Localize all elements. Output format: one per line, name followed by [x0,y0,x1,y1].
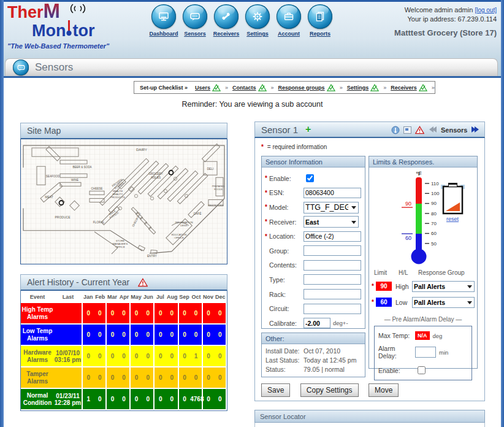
checklist-item-receivers: Receivers [391,84,427,91]
battery-icon [441,183,465,214]
alert-value-cell: 0 [202,324,215,345]
thermometer-high-zone [416,177,422,204]
thermometer-normal-zone [416,204,422,234]
nav-receivers[interactable]: Receivers [212,4,241,37]
svg-text:60: 60 [431,231,437,236]
alert-value-cell: 0 [106,324,118,345]
max-temp-row: Max Temp: N/A deg [378,331,468,340]
next-sensor-button[interactable] [473,126,479,134]
alert-value-cell: 0 [178,345,191,367]
calibrate-input[interactable] [304,318,330,328]
nav-dashboard[interactable]: Dashboard [149,4,178,37]
alert-row: Low Temp Alarms000000000000 [21,324,226,345]
map-label: FLORAL [93,221,105,224]
alert-col-header: Last [54,291,82,303]
checklist-link[interactable]: Receivers [391,85,417,91]
pre-alarm-enable-checkbox[interactable] [418,366,426,374]
alert-last-cell [54,303,82,324]
required-star: * [265,175,269,182]
low-response-group-select[interactable]: Pall Alerts [412,297,475,308]
alert-col-header: Apr [118,291,131,303]
save-button[interactable]: Save [261,383,290,397]
previous-sensor-button[interactable] [429,126,435,134]
model-select[interactable]: TTG_F_DEG [304,202,359,214]
alert-event-cell: Normal Condition [21,388,54,410]
copy-settings-button[interactable]: Copy Settings [300,383,359,397]
group-input[interactable] [304,245,361,256]
contents-row: Contents: [262,258,365,273]
alert-value-cell: 0 [130,345,142,367]
logo-line2: Mon tor [32,20,136,39]
type-input[interactable] [304,274,361,285]
app-logo[interactable]: TherM Mon tor "The Web-Based Thermometer… [7,4,136,50]
logo-tagline: "The Web-Based Thermometer" [7,42,136,50]
alert-value-cell: 0 [166,345,178,367]
main-nav: Dashboard Sensors Receivers Settings Acc… [149,4,335,37]
location-row: * Location: [262,229,365,244]
section-title: Sensors [35,61,73,74]
high-limit-value[interactable]: 90 [376,282,392,291]
check-triangle-icon [419,84,427,91]
alert-event-cell: Hardware Alarms [21,345,54,367]
checklist-separator: » [383,85,386,91]
alert-col-header: Oct [190,291,202,303]
receiver-select[interactable]: East [304,216,359,228]
alarm-delay-input[interactable] [415,347,436,358]
alert-col-header: Jul [154,291,166,303]
circuit-input[interactable] [304,304,361,314]
logout-link[interactable]: [log out] [475,7,497,13]
checklist-separator: » [432,85,435,91]
nav-sensors[interactable]: Sensors [180,4,210,37]
last-status-row: Last Status:Today at 12:45 pm [262,355,365,364]
briefcase-icon [277,4,301,29]
alert-value-cell: 0 [202,303,215,324]
alert-col-header: Feb [94,291,107,303]
alert-value-cell: 0 [118,388,131,410]
required-note: * = required information [261,144,327,150]
esn-input[interactable] [304,188,361,198]
calibrate-label: Calibrate: [269,320,304,327]
move-button[interactable]: Move [368,383,399,397]
checklist-separator: » [340,85,343,91]
high-response-group-select[interactable]: Pall Alerts [412,281,475,292]
location-input[interactable] [304,231,361,242]
site-map-header: Site Map [20,123,227,139]
high-limit-marker[interactable]: 90 [405,201,411,207]
svg-text:90: 90 [431,201,437,206]
alert-col-header: Dec [214,291,226,303]
checklist-link[interactable]: Settings [347,85,369,91]
alert-value-cell: 1 [190,345,202,367]
enable-checkbox[interactable] [306,174,314,182]
checklist-link[interactable]: Users [195,85,210,91]
map-label: CAFÉ [194,212,202,215]
alert-value-cell: 0 [142,367,155,388]
nav-reports[interactable]: Reports [305,4,335,37]
pager-label[interactable]: Sensors [441,126,467,134]
sensor-title: Sensor 1 [261,125,298,135]
alert-value-cell: 0 [130,324,142,345]
alert-triangle-icon[interactable] [415,126,424,134]
circuit-label: Circuit: [269,305,304,312]
site-map-image[interactable]: DAIRYBEER & SODASEAFOODWINEMEATCHEESEHEA… [20,139,227,264]
add-sensor-icon[interactable]: + [305,125,311,134]
contents-input[interactable] [304,260,361,271]
temperature-status-icon[interactable] [391,126,400,134]
pre-alarm-enable-row: Enable: [378,364,468,376]
rack-input[interactable] [304,289,361,299]
site-map-locate-icon[interactable] [403,126,411,134]
install-date-value: Oct 07, 2010 [304,347,340,355]
alert-history-panel: Alert History - Current Year EventLastJa… [20,274,227,411]
checklist-link[interactable]: Contacts [232,85,256,91]
low-limit-marker[interactable]: 60 [405,235,411,241]
checklist-link[interactable]: Response groups [278,85,325,91]
alert-value-cell: 0 [94,367,107,388]
nav-account[interactable]: Account [274,4,304,37]
checklist-item-users: Users [195,84,221,91]
receiver-row: * Receiver: East [262,215,365,229]
alert-value-cell: 0 [154,345,166,367]
nav-settings[interactable]: Settings [243,4,272,37]
battery-reset-link[interactable]: reset [446,216,459,222]
low-label: Low [395,299,412,306]
alert-history-table: EventLastJanFebMarAprMayJunJulAugSepOctN… [20,291,227,411]
low-limit-value[interactable]: 60 [376,298,392,307]
